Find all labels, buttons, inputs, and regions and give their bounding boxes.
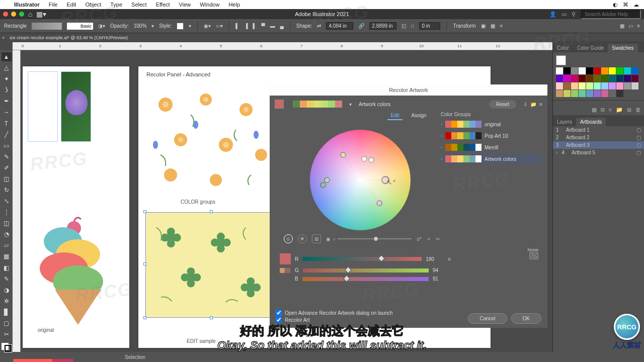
swatch-cell[interactable] (609, 90, 616, 97)
tab-layers[interactable]: Layers (553, 118, 576, 126)
color-bars-icon[interactable]: ▥ (312, 234, 321, 243)
corner-caret-icon[interactable]: ⎍ (411, 23, 414, 29)
swatch-cell[interactable] (564, 75, 571, 82)
current-swatch-icon[interactable] (556, 55, 566, 65)
xform-each-icon[interactable]: ▦ (491, 23, 495, 29)
b-slider[interactable] (302, 277, 429, 281)
swatch-cell[interactable] (594, 90, 601, 97)
artboard-row[interactable]: 1Artboard 1▢ (553, 126, 644, 134)
selection-handle[interactable] (143, 262, 146, 265)
r-value[interactable]: 180 (426, 256, 444, 262)
swatch-cell[interactable] (609, 82, 616, 89)
line-tool-icon[interactable]: ╱ (2, 130, 12, 139)
swatch-cell[interactable] (571, 75, 578, 82)
pen-tool-icon[interactable]: ✒ (2, 97, 12, 106)
color-group-row[interactable]: ›original (441, 119, 541, 129)
shape-width-input[interactable] (326, 22, 353, 30)
wheel-marker-active[interactable] (381, 176, 389, 184)
align-icon[interactable]: ▭▾ (216, 23, 223, 29)
swatch-cell[interactable] (601, 67, 608, 74)
cancel-button[interactable]: Cancel (468, 313, 507, 324)
swatch-cell[interactable] (556, 90, 563, 97)
tab-close-icon[interactable]: × (2, 35, 5, 40)
swatch-cell[interactable] (564, 67, 571, 74)
color-group-row[interactable]: ›Merrill (441, 142, 541, 152)
swatch-cell[interactable] (579, 75, 586, 82)
link-harmony-icon[interactable]: o° (417, 236, 422, 242)
scale-tool-icon[interactable]: ⤡ (2, 197, 12, 206)
menu-object[interactable]: Object (85, 2, 101, 8)
menu-view[interactable]: View (179, 2, 191, 8)
segmented-wheel-icon[interactable]: ❋ (298, 234, 307, 243)
swatch-cell[interactable] (594, 82, 601, 89)
rgb-menu-icon[interactable]: ≡ (448, 256, 451, 262)
menu-file[interactable]: File (49, 2, 58, 8)
swatch-cell[interactable] (571, 67, 578, 74)
tab-edit[interactable]: Edit (387, 112, 402, 120)
swatch-cell[interactable] (556, 82, 563, 89)
swatch-cell[interactable] (586, 90, 593, 97)
tab-swatches[interactable]: Swatches (608, 44, 637, 52)
align-right-icon[interactable]: ▌ (253, 23, 257, 29)
wheel-marker[interactable] (340, 152, 346, 158)
mesh-tool-icon[interactable]: ▦ (2, 252, 12, 261)
slice-tool-icon[interactable]: ✂ (2, 330, 12, 339)
show-icon[interactable]: ⧉ (601, 107, 605, 113)
opacity-caret-icon[interactable]: ▾ (151, 23, 154, 29)
folder-icon[interactable]: 📁 (530, 102, 536, 107)
color-wheel[interactable]: ↖⁺ (310, 130, 411, 230)
align-hcenter-icon[interactable]: ▐ (244, 23, 248, 29)
gradient-tool-icon[interactable]: ◧ (2, 263, 12, 272)
wheel-marker[interactable] (361, 156, 367, 162)
swatch-cell[interactable] (564, 82, 571, 89)
wheel-marker[interactable] (368, 157, 374, 163)
workspace-switcher-icon[interactable]: ▦▾ (36, 10, 46, 18)
swatch-cell[interactable] (586, 82, 593, 89)
rotate-tool-icon[interactable]: ↻ (2, 186, 12, 195)
newgrp-icon[interactable]: 📁 (616, 107, 623, 113)
wheel-marker[interactable] (320, 182, 326, 188)
swatch-cell[interactable] (616, 90, 623, 97)
swatch-cell[interactable] (624, 82, 631, 89)
stroke-style[interactable]: Basic (67, 23, 93, 30)
shape-builder-icon[interactable]: ◔ (2, 230, 12, 239)
color-group-row[interactable]: ›Artwork colors (441, 154, 541, 164)
swatch-cell[interactable] (564, 90, 571, 97)
artwork-palette[interactable] (293, 101, 342, 108)
add-tool-icon[interactable]: ✧ (427, 236, 431, 242)
palette-caret-icon[interactable]: ▾ (349, 102, 352, 107)
swatch-cell[interactable] (579, 82, 586, 89)
stroke-vis-icon[interactable]: ◑▾ (98, 23, 105, 29)
save-group-icon[interactable]: ⇩ (523, 102, 527, 107)
snap-icon[interactable]: ▭ (628, 23, 633, 29)
blend-tool-icon[interactable]: ◑ (2, 286, 12, 295)
trash-icon[interactable]: 🗑 (635, 107, 641, 113)
g-value[interactable]: 94 (433, 267, 451, 273)
swatch-cell[interactable] (624, 75, 631, 82)
link-icon[interactable]: 🔗 (358, 23, 364, 29)
direct-select-tool-icon[interactable]: △ (2, 63, 12, 72)
isolate-icon[interactable]: ▣ (481, 23, 486, 29)
selection-tool-icon[interactable]: ▲ (2, 52, 12, 61)
reset-button[interactable]: Reset (489, 100, 516, 109)
menu-type[interactable]: Type (110, 2, 122, 8)
artboard-row[interactable]: 2Artboard 2▢ (553, 134, 644, 141)
swatch-cell[interactable] (571, 82, 578, 89)
r-slider[interactable] (302, 257, 422, 261)
swatch-cell[interactable] (601, 90, 608, 97)
remove-tool-icon[interactable]: ✂ (436, 236, 440, 242)
tab-color-guide[interactable]: Color Guide (573, 44, 608, 52)
swatch-cell[interactable] (571, 90, 578, 97)
symbol-tool-icon[interactable]: ✲ (2, 297, 12, 306)
selection-handle[interactable] (143, 316, 146, 319)
menu-help[interactable]: Help (228, 2, 240, 8)
tab-artboards[interactable]: Artboards (576, 118, 606, 126)
swatch-cell[interactable] (631, 67, 638, 74)
swatch-cell[interactable] (631, 82, 638, 89)
swatch-cell[interactable] (624, 67, 631, 74)
brightness-slider[interactable] (338, 238, 412, 239)
swatch-cell[interactable] (616, 67, 623, 74)
graph-tool-icon[interactable]: ▊ (2, 308, 12, 317)
edit-sample-pattern[interactable] (145, 212, 278, 318)
selection-handle[interactable] (210, 210, 213, 213)
